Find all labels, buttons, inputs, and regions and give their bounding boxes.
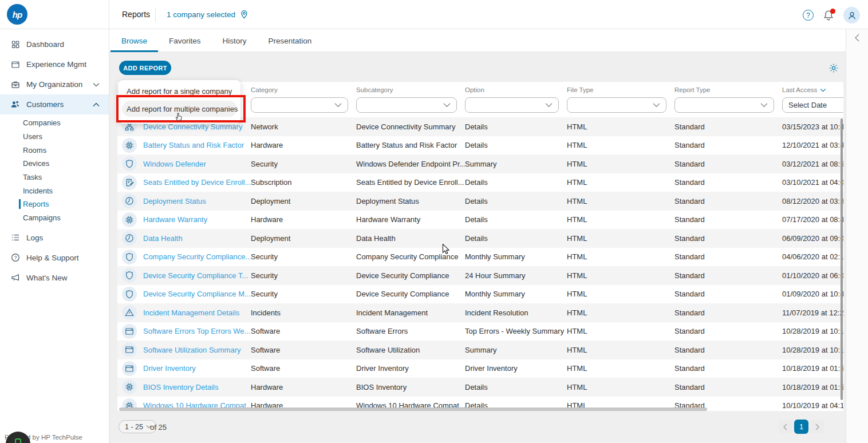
- report-file-type: HTML: [567, 327, 674, 335]
- doc-edit-icon: [117, 175, 143, 190]
- column-header-last-access[interactable]: Last Access: [782, 86, 843, 93]
- sidebar-item-label: What's New: [26, 274, 68, 282]
- reports-table: Category Subcategory Option File Type Re…: [117, 82, 843, 411]
- sidebar-item-logs[interactable]: Logs: [0, 228, 109, 248]
- sidebar-item-whats-new[interactable]: What's New: [0, 268, 109, 288]
- report-name-link[interactable]: Device Security Compliance M...: [143, 290, 251, 298]
- report-option: Top Errors - Weekly Summary: [465, 327, 567, 335]
- option-filter-select[interactable]: [465, 97, 559, 113]
- report-name-link[interactable]: Seats Entitled by Device Enroll...: [143, 178, 251, 187]
- report-subcategory: Driver Inventory: [356, 364, 465, 373]
- sidebar-item-users[interactable]: Users: [0, 130, 109, 144]
- column-last-access: Last Access Select Date: [782, 82, 843, 117]
- menu-item-multiple-companies[interactable]: Add report for multiple companies: [122, 101, 237, 117]
- report-subcategory: Hardware Warranty: [356, 215, 465, 224]
- experience-mgmt-icon: [10, 60, 20, 69]
- shield-icon: [117, 287, 143, 302]
- column-header-category: Category: [251, 86, 356, 93]
- report-report-type: Standard: [674, 364, 782, 373]
- table-body: Device Connectivity SummaryNetworkDevice…: [117, 117, 843, 411]
- tab-favorites[interactable]: Favorites: [158, 29, 212, 52]
- sidebar-item-companies[interactable]: Companies: [0, 116, 109, 130]
- sidebar-item-reports[interactable]: Reports: [0, 197, 109, 211]
- report-type-filter-select[interactable]: [674, 97, 774, 113]
- user-avatar[interactable]: [843, 7, 860, 23]
- subcategory-filter-select[interactable]: [356, 97, 457, 113]
- report-category: Security: [251, 290, 356, 298]
- sidebar-item-rooms[interactable]: Rooms: [0, 143, 109, 157]
- report-name-link[interactable]: Data Health: [143, 234, 251, 243]
- sidebar-item-devices[interactable]: Devices: [0, 157, 109, 171]
- report-last-access: 10/18/2019 at 01:57:1: [782, 364, 843, 373]
- column-option: Option: [465, 82, 567, 117]
- sidebar-item-my-organization[interactable]: My Organization: [0, 74, 109, 94]
- report-name-link[interactable]: BIOS Inventory Details: [143, 383, 251, 391]
- sidebar-item-label: Dashboard: [26, 40, 64, 49]
- sidebar-item-help-support[interactable]: ? Help & Support: [0, 248, 109, 268]
- sidebar-item-incidents[interactable]: Incidents: [0, 184, 109, 197]
- collapse-panel-chevron-icon[interactable]: [854, 34, 860, 42]
- report-report-type: Standard: [674, 141, 782, 149]
- report-category: Security: [251, 252, 356, 261]
- report-name-link[interactable]: Company Security Compliance...: [143, 252, 251, 261]
- sidebar-item-campaigns[interactable]: Campaigns: [0, 211, 109, 225]
- sidebar-item-dashboard[interactable]: Dashboard: [0, 34, 109, 54]
- tab-browse[interactable]: Browse: [111, 29, 158, 52]
- report-name-link[interactable]: Windows Defender: [143, 160, 251, 168]
- vertical-scrollbar[interactable]: [841, 118, 843, 400]
- report-option: Summary: [465, 160, 567, 168]
- previous-page-button[interactable]: [778, 420, 792, 434]
- report-file-type: HTML: [567, 383, 674, 391]
- report-name-link[interactable]: Incident Management Details: [143, 308, 251, 317]
- top-bar: hp Reports 1 company selected ?: [0, 0, 868, 29]
- report-subcategory: Deployment Status: [356, 197, 465, 205]
- sidebar-item-customers[interactable]: Customers: [0, 94, 109, 114]
- add-report-button[interactable]: ADD REPORT: [119, 61, 171, 75]
- shield-icon: [117, 268, 143, 283]
- next-page-button[interactable]: [810, 420, 824, 434]
- right-collapsed-panel: [846, 29, 868, 443]
- report-report-type: Standard: [674, 271, 782, 280]
- sidebar-divider: [109, 0, 109, 443]
- report-name-link[interactable]: Deployment Status: [143, 197, 251, 205]
- report-category: Software: [251, 364, 356, 373]
- tab-history[interactable]: History: [212, 29, 258, 52]
- report-name-link[interactable]: Hardware Warranty: [143, 215, 251, 224]
- report-report-type: Standard: [674, 215, 782, 224]
- report-name-link[interactable]: Battery Status and Risk Factor: [143, 141, 251, 149]
- sort-chevron-icon: [820, 88, 826, 92]
- window-icon: [117, 324, 143, 339]
- category-filter-select[interactable]: [251, 97, 348, 113]
- company-selector[interactable]: 1 company selected: [167, 10, 249, 19]
- chip-icon: [117, 138, 143, 153]
- sidebar-item-label: Help & Support: [26, 254, 79, 262]
- column-header-option: Option: [465, 86, 567, 93]
- chevron-down-icon: [334, 102, 342, 108]
- table-settings-gear-icon[interactable]: [828, 63, 839, 73]
- sidebar: Dashboard Experience Mgmt My Organizatio…: [0, 29, 109, 443]
- report-name-link[interactable]: Device Connectivity Summary: [143, 122, 251, 131]
- report-report-type: Standard: [674, 160, 782, 168]
- report-name-link[interactable]: Software Errors Top Errors We...: [143, 327, 251, 335]
- file-type-filter-select[interactable]: [567, 97, 666, 113]
- report-last-access: 01/10/2020 at 06:07:: [782, 271, 843, 280]
- report-name-link[interactable]: Software Utilization Summary: [143, 346, 251, 354]
- page-1-button[interactable]: 1: [794, 420, 808, 434]
- report-last-access: 06/09/2020 at 09:02: [782, 234, 843, 243]
- sidebar-item-tasks[interactable]: Tasks: [0, 171, 109, 184]
- report-subcategory: Software Utilization: [356, 346, 465, 354]
- report-file-type: HTML: [567, 364, 674, 373]
- sidebar-item-experience-mgmt[interactable]: Experience Mgmt: [0, 54, 109, 74]
- last-access-date-filter[interactable]: Select Date: [782, 97, 843, 113]
- horizontal-scrollbar[interactable]: [119, 408, 707, 411]
- tab-presentation[interactable]: Presentation: [258, 29, 323, 52]
- notifications-bell-icon[interactable]: [823, 10, 834, 21]
- help-icon[interactable]: ?: [803, 10, 814, 21]
- report-name-link[interactable]: Device Security Compliance T...: [143, 271, 251, 280]
- report-name-link[interactable]: Driver Inventory: [143, 364, 251, 373]
- hp-logo[interactable]: hp: [7, 4, 27, 25]
- menu-item-single-company[interactable]: Add report for a single company: [119, 82, 240, 100]
- dashboard-icon: [10, 39, 20, 49]
- report-option: Details: [465, 383, 567, 391]
- table-row: Data HealthDeploymentData HealthDetailsH…: [117, 229, 843, 248]
